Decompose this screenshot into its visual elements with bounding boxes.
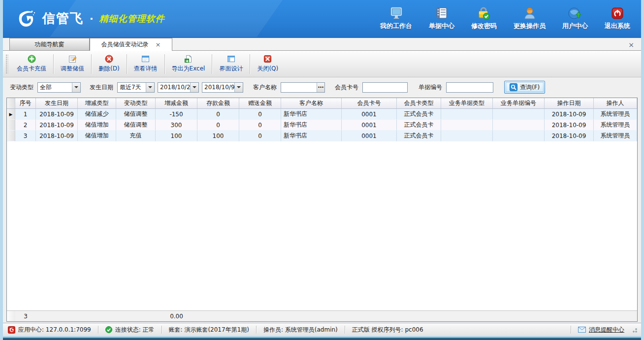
column-header[interactable]: 序号 (15, 98, 36, 108)
user-center-icon (568, 7, 582, 20)
query-button[interactable]: 查询(F) (504, 81, 545, 94)
tab-function-navigator[interactable]: 功能导航窗 (9, 38, 90, 50)
column-header[interactable]: 增减金额 (156, 98, 197, 108)
column-header[interactable]: 业务单据编号 (493, 98, 545, 108)
chevron-down-icon[interactable] (146, 83, 154, 92)
cell: 储值增加 (78, 131, 116, 141)
chevron-down-icon[interactable] (234, 83, 243, 92)
column-header[interactable]: 客户名称 (281, 98, 342, 108)
toolbar-label: 界面设计 (219, 65, 243, 73)
tab-member-stored-value-records[interactable]: 会员储值变动记录 × (90, 38, 172, 51)
connection-text: 连接状态: 正常 (115, 326, 155, 334)
operator-text: 操作员: 系统管理员(admin) (263, 326, 338, 334)
delete-button[interactable]: 删除(D) (92, 53, 126, 75)
customer-input[interactable] (281, 83, 317, 92)
cell: 储值增加 (78, 120, 116, 131)
chevron-down-icon[interactable] (72, 83, 80, 92)
column-header[interactable]: 会员卡号 (342, 98, 397, 108)
summary-selector (7, 311, 15, 321)
date-label: 发生日期 (90, 83, 113, 92)
resize-grip[interactable] (631, 327, 637, 333)
toolbar-grip[interactable] (6, 55, 8, 73)
column-header[interactable]: 变动类型 (116, 98, 156, 108)
date-from-value: 2018/10/2 (158, 84, 190, 91)
date-to-select[interactable]: 2018/10/9 (202, 82, 243, 93)
cell (493, 131, 545, 141)
table-row[interactable]: 3 2018-10-09 储值增加 充值 100 100 0 新华书店 0001… (7, 131, 637, 141)
account-set-status: 账套: 演示账套(2017年第1期) (169, 326, 249, 334)
cell: 正式会员卡 (397, 109, 441, 120)
nav-switch-operator[interactable]: 更换操作员 (512, 6, 547, 32)
toolbar-label: 删除(D) (98, 65, 120, 73)
cell: 100 (197, 131, 239, 141)
tab-strip: 功能导航窗 会员储值变动记录 × × (3, 37, 641, 51)
adjust-stored-value-button[interactable]: 调整储值 (54, 53, 91, 75)
message-center[interactable]: 消息提醒中心 (578, 326, 624, 334)
column-header[interactable]: 增减类型 (78, 98, 116, 108)
nav-label: 修改密码 (471, 22, 497, 31)
table-row[interactable]: 2 2018-10-09 储值增加 储值调整 300 0 0 新华书店 0001… (7, 120, 637, 131)
app-center-status: 应用中心: 127.0.0.1:7099 (8, 326, 91, 334)
nav-workbench[interactable]: 我的工作台 (378, 6, 414, 32)
close-button[interactable]: 关闭(Q) (251, 53, 285, 75)
tabstrip-close-icon[interactable]: × (628, 41, 634, 49)
cell: 2018-10-09 (545, 109, 594, 120)
nav-user-center[interactable]: 用户中心 (560, 6, 590, 32)
cell: 系统管理员 (594, 131, 637, 141)
toolbar-separator (212, 54, 212, 74)
workbench-icon (389, 7, 404, 20)
cell: 系统管理员 (594, 109, 637, 120)
customer-field: ⋯ (281, 82, 325, 93)
status-separator (571, 326, 571, 334)
grid-header-row: 序号 发生日期 增减类型 变动类型 增减金额 存款金额 赠送金额 客户名称 会员… (7, 98, 637, 109)
date-range-select[interactable]: 最近7天 (117, 82, 155, 93)
cell (441, 109, 493, 120)
recharge-icon (28, 55, 36, 63)
status-separator (345, 326, 345, 334)
toolbar: 会员卡充值 调整储值 删除(D) (3, 51, 641, 77)
change-type-label: 变动类型 (10, 83, 33, 92)
cell: 2018-10-09 (36, 120, 78, 131)
ui-design-button[interactable]: 界面设计 (213, 53, 249, 75)
app-logo-icon (8, 326, 15, 334)
column-header[interactable]: 操作人 (594, 98, 637, 108)
date-to-value: 2018/10/9 (202, 84, 234, 91)
row-selector (7, 131, 15, 141)
nav-document-center[interactable]: 单据中心 (427, 6, 456, 32)
column-header[interactable]: 业务单据类型 (441, 98, 493, 108)
cell: 0001 (342, 109, 397, 120)
close-icon (263, 55, 272, 63)
nav-change-password[interactable]: 修改密码 (469, 6, 499, 32)
status-bar: 应用中心: 127.0.0.1:7099 连接状态: 正常 账套: 演示账套(2… (3, 323, 641, 336)
query-button-label: 查询(F) (520, 83, 540, 92)
brand-logo-icon (16, 9, 37, 29)
cell: 新华书店 (281, 109, 342, 120)
doc-no-label: 单据编号 (419, 83, 442, 92)
toolbar-separator (91, 54, 92, 74)
card-no-input[interactable] (363, 83, 407, 92)
column-header[interactable]: 会员卡类型 (397, 98, 441, 108)
column-header[interactable]: 操作日期 (545, 98, 594, 108)
change-type-select[interactable]: 全部 (37, 82, 81, 93)
column-header[interactable]: 发生日期 (36, 98, 78, 108)
column-header[interactable]: 存款金额 (197, 98, 239, 108)
window-bottom-border (0, 336, 644, 340)
cell: 新华书店 (281, 131, 342, 141)
ellipsis-lookup-icon[interactable]: ⋯ (317, 83, 324, 92)
cell: 0 (197, 120, 239, 131)
export-excel-button[interactable]: 导出为Excel (165, 53, 212, 75)
recharge-button[interactable]: 会员卡充值 (10, 53, 53, 75)
nav-exit-system[interactable]: 退出系统 (603, 6, 632, 32)
status-separator (256, 326, 257, 334)
message-center-link[interactable]: 消息提醒中心 (589, 326, 624, 334)
tab-close-icon[interactable]: × (156, 41, 161, 48)
chevron-down-icon[interactable] (190, 83, 198, 92)
cell: 2018-10-09 (545, 120, 594, 131)
view-details-button[interactable]: 查看详情 (128, 53, 164, 75)
column-header[interactable]: 赠送金额 (239, 98, 281, 108)
cell: 2018-10-09 (36, 109, 78, 120)
table-row[interactable]: ▶ 1 2018-10-09 储值减少 储值调整 -150 0 0 新华书店 0… (7, 109, 637, 120)
exit-system-icon (611, 7, 624, 20)
date-from-select[interactable]: 2018/10/2 (158, 82, 199, 93)
doc-no-input[interactable] (447, 83, 493, 92)
